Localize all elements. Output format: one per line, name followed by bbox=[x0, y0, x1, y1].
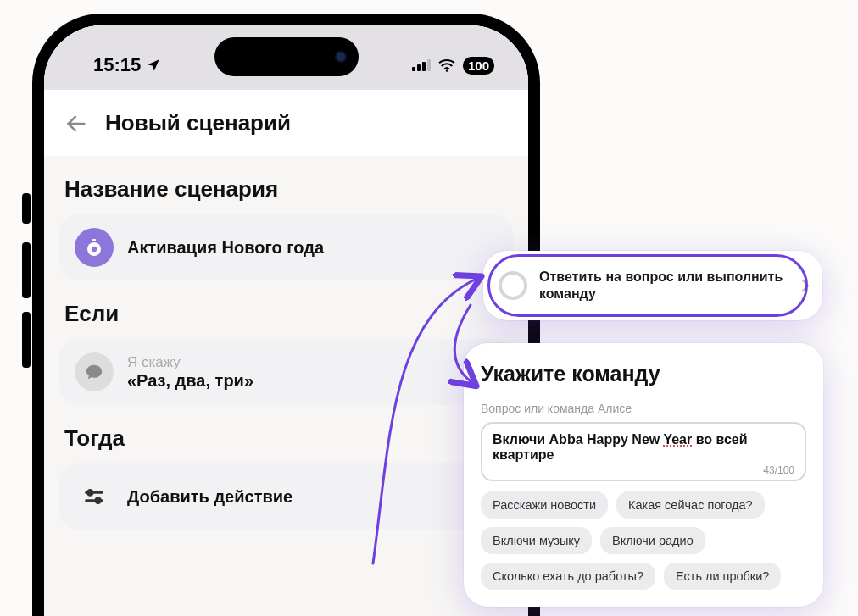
phone-side-button bbox=[22, 193, 31, 224]
battery-level: 100 bbox=[468, 58, 489, 73]
ornament-icon bbox=[75, 228, 114, 267]
trigger-phrase: «Раз, два, три» bbox=[127, 371, 254, 391]
add-action-card[interactable]: Добавить действие bbox=[59, 463, 513, 530]
action-option-card[interactable]: Ответить на вопрос или выполнить команду bbox=[483, 251, 822, 320]
section-title-then: Тогда bbox=[44, 405, 528, 463]
trigger-sublabel: Я скажу bbox=[127, 353, 254, 371]
status-time: 15:15 bbox=[93, 54, 141, 76]
phone-frame: 15:15 100 Новый сценарий Название сценар… bbox=[34, 15, 538, 616]
suggestion-chip[interactable]: Какая сейчас погода? bbox=[616, 491, 765, 519]
svg-point-10 bbox=[88, 491, 93, 496]
char-counter: 43/100 bbox=[493, 464, 794, 476]
svg-rect-3 bbox=[427, 59, 431, 71]
battery-indicator: 100 bbox=[463, 57, 494, 75]
svg-point-12 bbox=[96, 498, 101, 503]
suggestion-chip[interactable]: Расскажи новости bbox=[481, 491, 608, 519]
wifi-icon bbox=[437, 58, 456, 72]
command-panel: Укажите команду Вопрос или команда Алисе… bbox=[464, 343, 823, 607]
nav-bar: Новый сценарий bbox=[44, 90, 528, 156]
suggestion-chip[interactable]: Сколько ехать до работы? bbox=[481, 563, 655, 590]
chevron-right-icon bbox=[800, 278, 811, 293]
command-input-value: Включи Abba Happy New Year во всей кварт… bbox=[493, 432, 748, 462]
command-panel-title: Укажите команду bbox=[481, 362, 806, 386]
sliders-icon bbox=[75, 477, 114, 516]
add-action-label: Добавить действие bbox=[127, 487, 292, 507]
cellular-icon bbox=[412, 59, 431, 71]
svg-rect-0 bbox=[412, 67, 415, 71]
speech-bubble-icon bbox=[75, 352, 114, 391]
command-input[interactable]: Включи Abba Happy New Year во всей кварт… bbox=[481, 422, 806, 481]
phone-side-button bbox=[22, 242, 31, 298]
section-title-name: Название сценария bbox=[44, 156, 528, 214]
camera-icon bbox=[335, 51, 347, 63]
page-title: Новый сценарий bbox=[105, 110, 291, 136]
suggestion-chip[interactable]: Есть ли пробки? bbox=[664, 563, 781, 590]
suggestion-chip[interactable]: Включи музыку bbox=[481, 527, 592, 554]
location-icon bbox=[146, 58, 161, 73]
scenario-name-card[interactable]: Активация Нового года bbox=[59, 214, 513, 280]
scenario-name-label: Активация Нового года bbox=[127, 238, 324, 258]
section-title-if: Если bbox=[44, 280, 528, 339]
svg-rect-6 bbox=[92, 239, 96, 241]
action-option-label: Ответить на вопрос или выполнить команду bbox=[539, 269, 788, 302]
svg-rect-1 bbox=[417, 64, 421, 71]
alice-ring-icon bbox=[499, 271, 527, 300]
svg-point-8 bbox=[92, 247, 97, 252]
suggestion-chip[interactable]: Включи радио bbox=[600, 527, 705, 554]
back-arrow-icon[interactable] bbox=[64, 112, 88, 136]
command-input-prefix: Включи Abba Happy New bbox=[493, 432, 663, 447]
phone-side-button bbox=[22, 312, 31, 368]
svg-point-4 bbox=[446, 69, 448, 71]
suggestion-chips: Расскажи новости Какая сейчас погода? Вк… bbox=[481, 491, 806, 590]
phone-notch bbox=[214, 37, 359, 76]
trigger-card[interactable]: Я скажу «Раз, два, три» bbox=[59, 339, 513, 405]
command-input-underlined: Year bbox=[663, 432, 692, 447]
command-field-label: Вопрос или команда Алисе bbox=[481, 402, 806, 415]
svg-rect-2 bbox=[422, 62, 426, 71]
